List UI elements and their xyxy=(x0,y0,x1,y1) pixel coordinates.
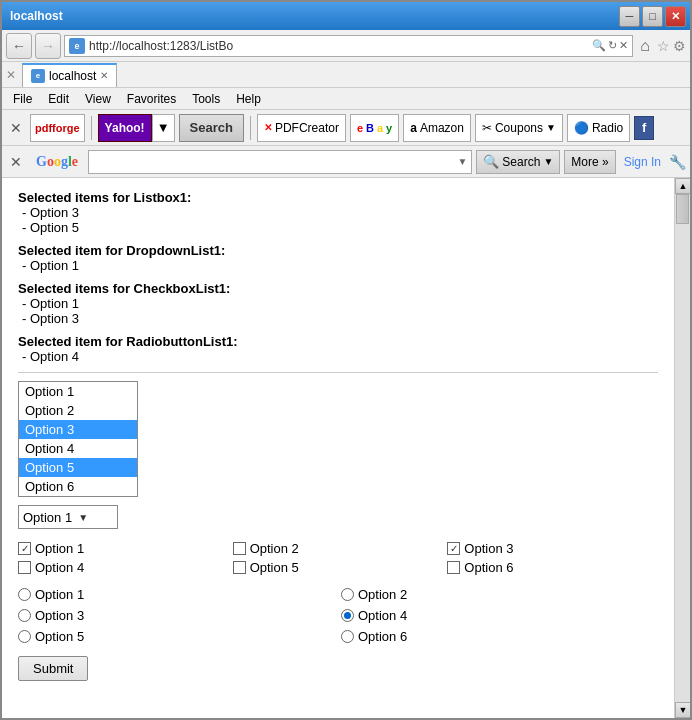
minimize-button[interactable]: ─ xyxy=(619,6,640,27)
google-settings-icon[interactable]: 🔧 xyxy=(669,154,686,170)
checkbox-5[interactable] xyxy=(447,561,460,574)
google-search-button[interactable]: 🔍 Search ▼ xyxy=(476,150,560,174)
close-button[interactable]: ✕ xyxy=(665,6,686,27)
radio1-title: Selected item for RadiobuttonList1: xyxy=(18,334,658,349)
scroll-thumb[interactable] xyxy=(676,194,689,224)
coupons-button[interactable]: ✂ Coupons ▼ xyxy=(475,114,563,142)
checkbox-item-5: Option 6 xyxy=(447,560,658,575)
listbox-item-3[interactable]: Option 4 xyxy=(19,439,137,458)
listbox-item-1[interactable]: Option 2 xyxy=(19,401,137,420)
radio-label-3: Option 4 xyxy=(358,608,407,623)
checkbox-3[interactable] xyxy=(18,561,31,574)
checkbox-item-3: Option 4 xyxy=(18,560,229,575)
radio-button[interactable]: 🔵 Radio xyxy=(567,114,630,142)
gear-icon[interactable]: ⚙ xyxy=(673,38,686,54)
address-bar-container: e http://localhost:1283/ListBo 🔍 ↻ ✕ xyxy=(64,35,633,57)
checkbox-label-3: Option 4 xyxy=(35,560,84,575)
checkbox1-item-0: - Option 1 xyxy=(18,296,658,311)
star-icon[interactable]: ☆ xyxy=(657,38,670,54)
scroll-up-button[interactable]: ▲ xyxy=(675,178,690,194)
address-text[interactable]: http://localhost:1283/ListBo xyxy=(89,39,588,53)
maximize-button[interactable]: □ xyxy=(642,6,663,27)
checkbox-item-4: Option 5 xyxy=(233,560,444,575)
radio-0[interactable] xyxy=(18,588,31,601)
google-search-input[interactable] xyxy=(89,155,453,169)
radio-label-1: Option 2 xyxy=(358,587,407,602)
checkbox-item-2: ✓Option 3 xyxy=(447,541,658,556)
checkbox-0[interactable]: ✓ xyxy=(18,542,31,555)
google-toolbar-close-icon[interactable]: ✕ xyxy=(6,154,26,170)
radio-label-4: Option 5 xyxy=(35,629,84,644)
back-button[interactable]: ← xyxy=(6,33,32,59)
listbox-item-0[interactable]: Option 1 xyxy=(19,382,137,401)
pdf-creator-button[interactable]: ✕ PDFCreator xyxy=(257,114,346,142)
menu-bar: File Edit View Favorites Tools Help xyxy=(2,88,690,110)
toolbar-separator xyxy=(91,116,92,140)
menu-tools[interactable]: Tools xyxy=(185,89,227,109)
checkbox-group: ✓Option 1Option 2✓Option 3Option 4Option… xyxy=(18,541,658,575)
toolbar-close-icon[interactable]: ✕ xyxy=(6,120,26,136)
radio1-item: - Option 4 xyxy=(18,349,658,364)
tab-close-x[interactable]: ✕ xyxy=(2,68,20,82)
scroll-down-button[interactable]: ▼ xyxy=(675,702,690,718)
address-icons: 🔍 ↻ ✕ xyxy=(592,39,628,52)
menu-help[interactable]: Help xyxy=(229,89,268,109)
menu-view[interactable]: View xyxy=(78,89,118,109)
google-more-button[interactable]: More » xyxy=(564,150,615,174)
listbox1[interactable]: Option 1Option 2Option 3Option 4Option 5… xyxy=(18,381,138,497)
submit-button[interactable]: Submit xyxy=(18,656,88,681)
checkbox-item-0: ✓Option 1 xyxy=(18,541,229,556)
tab-localhost[interactable]: e localhost ✕ xyxy=(22,63,117,87)
checkbox-4[interactable] xyxy=(233,561,246,574)
checkbox1-item-1: - Option 3 xyxy=(18,311,658,326)
page-content: Selected items for Listbox1: - Option 3 … xyxy=(2,178,674,718)
listbox1-title: Selected items for Listbox1: xyxy=(18,190,658,205)
checkbox-1[interactable] xyxy=(233,542,246,555)
radio-label: Radio xyxy=(592,121,623,135)
radio1-results: Selected item for RadiobuttonList1: - Op… xyxy=(18,334,658,364)
listbox-item-4[interactable]: Option 5 xyxy=(19,458,137,477)
radio-5[interactable] xyxy=(341,630,354,643)
checkbox-item-1: Option 2 xyxy=(233,541,444,556)
checkbox-2[interactable]: ✓ xyxy=(447,542,460,555)
google-signin[interactable]: Sign In xyxy=(620,155,665,169)
scroll-track[interactable] xyxy=(675,194,690,702)
menu-file[interactable]: File xyxy=(6,89,39,109)
checkbox-label-0: Option 1 xyxy=(35,541,84,556)
google-search-box[interactable]: ▼ xyxy=(88,150,472,174)
listbox-item-2[interactable]: Option 3 xyxy=(19,420,137,439)
ebay-button[interactable]: eBay xyxy=(350,114,399,142)
radio-item-0: Option 1 xyxy=(18,587,335,602)
refresh-icon[interactable]: ↻ xyxy=(608,39,617,52)
listbox1-results: Selected items for Listbox1: - Option 3 … xyxy=(18,190,658,235)
tab-close-button[interactable]: ✕ xyxy=(100,70,108,81)
facebook-button[interactable]: f xyxy=(634,116,654,140)
menu-edit[interactable]: Edit xyxy=(41,89,76,109)
radio-group: Option 1Option 2Option 3Option 4Option 5… xyxy=(18,587,658,644)
listbox1-item-0: - Option 3 xyxy=(18,205,658,220)
radio-4[interactable] xyxy=(18,630,31,643)
browser-window: localhost ─ □ ✕ ← → e http://localhost:1… xyxy=(0,0,692,720)
nav-bar: ← → e http://localhost:1283/ListBo 🔍 ↻ ✕… xyxy=(2,30,690,62)
listbox-item-5[interactable]: Option 6 xyxy=(19,477,137,496)
radio-item-4: Option 5 xyxy=(18,629,335,644)
yahoo-search-button[interactable]: Search xyxy=(179,114,244,142)
yahoo-button[interactable]: Yahoo! ▼ xyxy=(98,114,175,142)
window-title: localhost xyxy=(10,9,63,23)
radio-label-0: Option 1 xyxy=(35,587,84,602)
checkbox1-title: Selected items for CheckboxList1: xyxy=(18,281,658,296)
menu-favorites[interactable]: Favorites xyxy=(120,89,183,109)
tab-label: localhost xyxy=(49,69,96,83)
radio-label-5: Option 6 xyxy=(358,629,407,644)
google-search-dropdown-icon[interactable]: ▼ xyxy=(453,156,471,167)
radio-item-2: Option 3 xyxy=(18,608,335,623)
yahoo-dropdown[interactable]: ▼ xyxy=(152,114,175,142)
home-icon[interactable]: ⌂ xyxy=(636,37,654,55)
radio-3[interactable] xyxy=(341,609,354,622)
radio-1[interactable] xyxy=(341,588,354,601)
dropdown-select[interactable]: Option 1 ▼ xyxy=(18,505,118,529)
stop-icon[interactable]: ✕ xyxy=(619,39,628,52)
radio-2[interactable] xyxy=(18,609,31,622)
forward-button[interactable]: → xyxy=(35,33,61,59)
amazon-button[interactable]: a Amazon xyxy=(403,114,471,142)
